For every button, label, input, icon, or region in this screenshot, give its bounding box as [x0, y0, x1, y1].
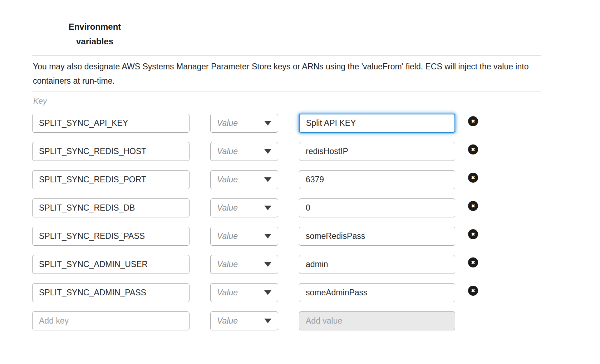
remove-variable-button[interactable]: ✖: [468, 229, 478, 239]
remove-icon: ✖: [471, 119, 475, 124]
divider-bottom: [32, 92, 541, 92]
value-type-select[interactable]: Value: [210, 283, 278, 302]
remove-icon: ✖: [471, 147, 475, 152]
chevron-down-icon: [264, 262, 271, 267]
value-type-label: Value: [217, 231, 238, 241]
chevron-down-icon: [264, 290, 271, 295]
value-type-select[interactable]: Value: [210, 227, 278, 246]
remove-variable-button[interactable]: ✖: [468, 173, 478, 183]
value-type-label: Value: [217, 260, 238, 269]
value-type-select[interactable]: Value: [210, 255, 278, 274]
env-var-row: Value ✖: [32, 255, 478, 274]
env-var-row: Value ✖: [32, 170, 478, 189]
env-key-input[interactable]: [32, 255, 190, 274]
value-type-select[interactable]: Value: [210, 142, 278, 161]
chevron-down-icon: [264, 121, 271, 126]
chevron-down-icon: [264, 234, 271, 238]
env-var-row: Value ✖: [32, 283, 478, 302]
remove-variable-button[interactable]: ✖: [468, 201, 478, 211]
env-var-rows: Value ✖ Value ✖ Value ✖ Value: [32, 114, 478, 340]
env-value-input[interactable]: [299, 227, 455, 246]
value-type-label: Value: [217, 147, 238, 156]
remove-variable-button[interactable]: ✖: [468, 144, 478, 154]
env-var-row: Value ✖: [32, 114, 478, 133]
value-type-label: Value: [217, 203, 238, 213]
remove-icon: ✖: [471, 203, 475, 208]
remove-variable-button[interactable]: ✖: [468, 286, 478, 296]
add-variable-row: Value: [32, 311, 478, 330]
value-type-label: Value: [217, 118, 238, 128]
remove-icon: ✖: [471, 232, 475, 237]
env-value-input[interactable]: [299, 255, 455, 274]
key-column-header: Key: [33, 97, 47, 106]
env-value-input[interactable]: [299, 170, 455, 189]
remove-icon: ✖: [471, 288, 475, 293]
remove-icon: ✖: [471, 175, 475, 180]
env-value-input[interactable]: [299, 283, 455, 302]
add-value-input[interactable]: [299, 311, 455, 330]
section-title-line-1: Environment: [32, 19, 157, 34]
env-var-row: Value ✖: [32, 227, 478, 246]
help-text: You may also designate AWS Systems Manag…: [33, 59, 544, 88]
value-type-label: Value: [217, 288, 238, 297]
env-var-row: Value ✖: [32, 142, 478, 161]
env-value-input[interactable]: [299, 142, 455, 161]
remove-icon: ✖: [471, 260, 475, 265]
value-type-select[interactable]: Value: [210, 198, 278, 217]
remove-variable-button[interactable]: ✖: [468, 116, 478, 126]
env-key-input[interactable]: [32, 114, 190, 133]
section-title-line-2: variables: [32, 34, 157, 49]
env-value-input[interactable]: [299, 114, 455, 133]
remove-variable-button[interactable]: ✖: [468, 257, 478, 267]
value-type-select[interactable]: Value: [210, 114, 278, 133]
section-title: Environment variables: [32, 19, 157, 49]
chevron-down-icon: [264, 206, 271, 210]
chevron-down-icon: [264, 177, 271, 182]
env-key-input[interactable]: [32, 170, 190, 189]
divider-top: [32, 55, 541, 56]
value-type-select[interactable]: Value: [210, 311, 278, 330]
value-type-select[interactable]: Value: [210, 170, 278, 189]
env-key-input[interactable]: [32, 283, 190, 302]
env-key-input[interactable]: [32, 142, 190, 161]
chevron-down-icon: [264, 319, 271, 323]
env-value-input[interactable]: [299, 198, 455, 217]
add-key-input[interactable]: [32, 311, 190, 330]
value-type-label: Value: [217, 175, 238, 185]
env-key-input[interactable]: [32, 227, 190, 246]
env-var-row: Value ✖: [32, 198, 478, 217]
value-type-label: Value: [217, 316, 238, 326]
chevron-down-icon: [264, 149, 271, 154]
env-key-input[interactable]: [32, 198, 190, 217]
